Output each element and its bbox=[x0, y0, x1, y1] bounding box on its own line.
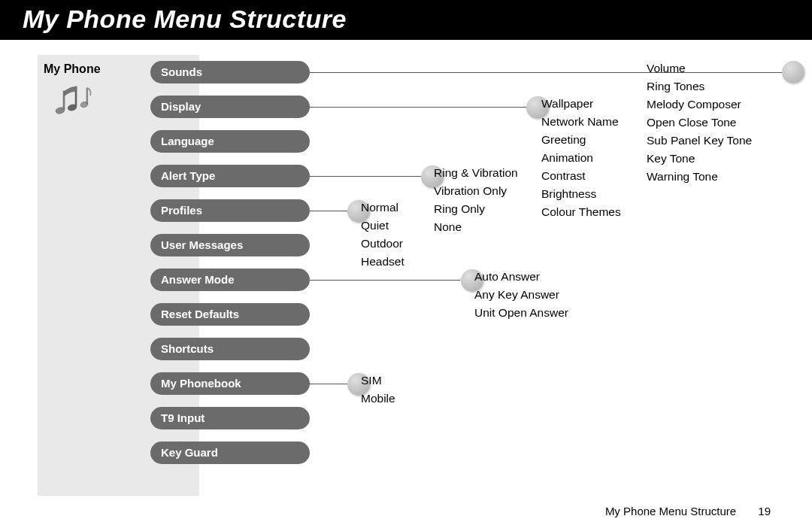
menu-item-answer-mode: Answer Mode bbox=[150, 269, 310, 291]
menu-label: Key Guard bbox=[161, 446, 218, 459]
connector-line bbox=[310, 211, 347, 211]
list-item: Ring Tones bbox=[647, 77, 752, 96]
menu-label: T9 Input bbox=[161, 411, 205, 424]
list-item: None bbox=[434, 218, 518, 236]
list-item: Key Tone bbox=[647, 150, 752, 168]
menu-item-user-messages: User Messages bbox=[150, 234, 310, 256]
list-item: Normal bbox=[361, 199, 404, 217]
list-item: Melody Composer bbox=[647, 96, 752, 114]
menu-item-reset-defaults: Reset Defaults bbox=[150, 303, 310, 326]
page-header: My Phone Menu Structure bbox=[0, 0, 812, 40]
menu-item-language: Language bbox=[150, 130, 310, 153]
list-item: Any Key Answer bbox=[474, 286, 568, 304]
connector-line bbox=[310, 280, 460, 281]
menu-item-my-phonebook: My Phonebook bbox=[150, 372, 310, 395]
phonebook-submenu: SIM Mobile bbox=[361, 372, 395, 408]
menu-item-sounds: Sounds bbox=[150, 61, 310, 83]
menu-label: Profiles bbox=[161, 204, 202, 217]
list-item: Animation bbox=[541, 149, 621, 167]
list-item: Auto Answer bbox=[474, 268, 568, 286]
menu-label: Answer Mode bbox=[161, 273, 235, 286]
list-item: Open Close Tone bbox=[647, 114, 752, 132]
menu-label: Reset Defaults bbox=[161, 308, 239, 320]
menu-item-display: Display bbox=[150, 96, 310, 118]
list-item: Contrast bbox=[541, 167, 621, 185]
bullet-icon bbox=[782, 61, 804, 83]
list-item: Mobile bbox=[361, 390, 395, 408]
list-item: Network Name bbox=[541, 113, 621, 131]
sounds-submenu: Volume Ring Tones Melody Composer Open C… bbox=[647, 59, 752, 186]
profiles-submenu: Normal Quiet Outdoor Headset bbox=[361, 199, 404, 271]
menu-item-t9-input: T9 Input bbox=[150, 407, 310, 429]
menu-label: User Messages bbox=[161, 238, 243, 251]
alert-type-submenu: Ring & Vibration Vibration Only Ring Onl… bbox=[434, 164, 518, 236]
page-number: 19 bbox=[758, 505, 771, 517]
menu-label: My Phonebook bbox=[161, 377, 241, 390]
menu-label: Alert Type bbox=[161, 169, 215, 182]
list-item: Vibration Only bbox=[434, 182, 518, 200]
menu-item-alert-type: Alert Type bbox=[150, 165, 310, 187]
list-item: Brightness bbox=[541, 185, 621, 203]
list-item: Warning Tone bbox=[647, 168, 752, 186]
list-item: Volume bbox=[647, 59, 752, 77]
svg-rect-5 bbox=[86, 88, 88, 104]
page-footer: My Phone Menu Structure 19 bbox=[605, 505, 771, 517]
list-item: Wallpaper bbox=[541, 95, 621, 113]
list-item: Ring Only bbox=[434, 200, 518, 218]
display-submenu: Wallpaper Network Name Greeting Animatio… bbox=[541, 95, 621, 221]
list-item: Sub Panel Key Tone bbox=[647, 132, 752, 150]
list-item: SIM bbox=[361, 372, 395, 390]
menu-item-key-guard: Key Guard bbox=[150, 441, 310, 464]
music-notes-icon bbox=[51, 82, 96, 120]
connector-line bbox=[310, 384, 347, 384]
list-item: Greeting bbox=[541, 131, 621, 149]
connector-line bbox=[310, 107, 526, 108]
page-body: My Phone Sounds Display bbox=[0, 40, 812, 514]
list-item: Headset bbox=[361, 253, 404, 271]
answer-mode-submenu: Auto Answer Any Key Answer Unit Open Ans… bbox=[474, 268, 568, 322]
footer-text: My Phone Menu Structure bbox=[605, 505, 736, 517]
menu-item-shortcuts: Shortcuts bbox=[150, 338, 310, 360]
connector-line bbox=[310, 176, 421, 177]
list-item: Unit Open Answer bbox=[474, 304, 568, 322]
main-menu-column: Sounds Display Language Alert Type Profi… bbox=[150, 61, 310, 476]
menu-item-profiles: Profiles bbox=[150, 199, 310, 222]
menu-label: Shortcuts bbox=[161, 342, 214, 355]
page-title: My Phone Menu Structure bbox=[23, 5, 347, 33]
list-item: Ring & Vibration bbox=[434, 164, 518, 182]
list-item: Colour Themes bbox=[541, 203, 621, 221]
menu-label: Sounds bbox=[161, 65, 202, 78]
menu-label: Display bbox=[161, 100, 201, 113]
svg-rect-1 bbox=[63, 91, 65, 109]
list-item: Outdoor bbox=[361, 235, 404, 253]
menu-label: Language bbox=[161, 135, 214, 147]
list-item: Quiet bbox=[361, 217, 404, 235]
